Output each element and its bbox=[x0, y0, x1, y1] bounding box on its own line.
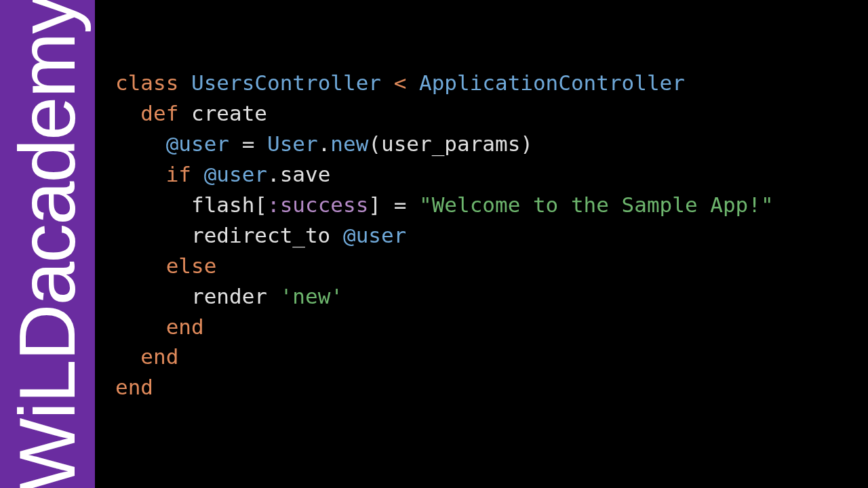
code-snippet: class UsersController < ApplicationContr… bbox=[95, 0, 868, 488]
class-name-users-controller: UsersController bbox=[191, 70, 381, 95]
ivar-user: @user bbox=[166, 131, 229, 156]
method-redirect-to: redirect_to bbox=[191, 223, 330, 247]
class-name-application-controller: ApplicationController bbox=[419, 70, 685, 95]
method-save: save bbox=[280, 162, 331, 186]
dot: . bbox=[267, 162, 280, 186]
kw-else: else bbox=[166, 253, 217, 278]
rbracket: ] bbox=[368, 192, 381, 217]
arg-user-params: user_params bbox=[381, 131, 520, 156]
ivar-user: @user bbox=[204, 162, 267, 186]
string-welcome: "Welcome to the Sample App!" bbox=[419, 192, 774, 217]
method-name-create: create bbox=[191, 101, 267, 125]
lparen: ( bbox=[368, 131, 381, 156]
brand-logo-text: WiLDacademy bbox=[2, 0, 93, 488]
kw-if: if bbox=[166, 162, 191, 186]
kw-end: end bbox=[115, 375, 153, 399]
rparen: ) bbox=[520, 131, 533, 156]
method-render: render bbox=[191, 284, 267, 308]
ivar-user: @user bbox=[343, 223, 406, 247]
string-new: 'new' bbox=[280, 284, 343, 308]
page: WiLDacademy class UsersController < Appl… bbox=[0, 0, 868, 488]
lbracket: [ bbox=[254, 192, 267, 217]
kw-end: end bbox=[140, 344, 178, 369]
symbol-success: :success bbox=[267, 192, 368, 217]
method-flash: flash bbox=[191, 192, 254, 217]
operator-eq: = bbox=[242, 131, 255, 156]
kw-end: end bbox=[166, 314, 204, 339]
sidebar: WiLDacademy bbox=[0, 0, 95, 488]
kw-class: class bbox=[115, 70, 178, 95]
kw-def: def bbox=[140, 101, 178, 125]
class-name-user: User bbox=[267, 131, 318, 156]
operator-eq: = bbox=[394, 192, 407, 217]
method-new: new bbox=[330, 131, 368, 156]
dot: . bbox=[318, 131, 331, 156]
operator-lt: < bbox=[394, 70, 407, 95]
